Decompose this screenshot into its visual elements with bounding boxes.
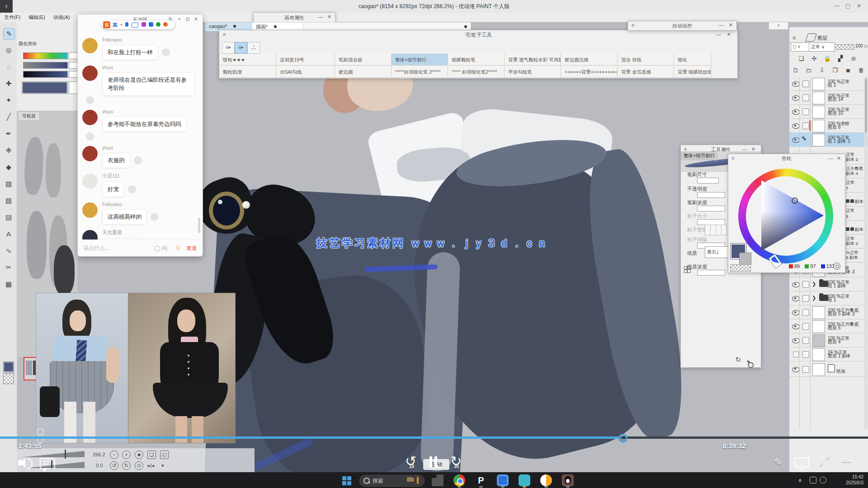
visibility-eye-icon[interactable]	[792, 109, 800, 115]
folder-caret-icon[interactable]: ❯	[812, 295, 816, 301]
blend-mode-combo[interactable]: 正常 ∨	[809, 42, 835, 52]
nib-icon[interactable]: ✒	[3, 128, 14, 139]
fill-icon[interactable]: ▧	[3, 195, 14, 206]
layer-row-图层 8[interactable]: 100 %变暗图层 8	[789, 119, 868, 133]
brush-平涂勾线笔[interactable]: 平涂勾线笔	[505, 66, 561, 78]
more-icon[interactable]: •••	[842, 457, 852, 465]
ask-toggle[interactable]: ◯ 问	[154, 244, 167, 252]
minimize-icon[interactable]: —	[834, 3, 840, 9]
dropdown-icon[interactable]: ∨	[769, 22, 788, 30]
search-input[interactable]: 搜索	[359, 475, 425, 487]
layer-mask-icon[interactable]: ◙	[844, 66, 853, 75]
mask-icon[interactable]: ✣	[810, 54, 819, 63]
lock-icon[interactable]: 🔒	[823, 54, 832, 63]
fullview-icon[interactable]: ◱	[160, 450, 169, 459]
emoji-icon[interactable]: ☺	[175, 244, 182, 251]
layer-row-图层 5[interactable]: 100 %正片叠底图层 5	[789, 319, 868, 333]
saturation-slider[interactable]	[23, 62, 68, 69]
paper-texture-value[interactable]: 最后.j	[705, 246, 731, 258]
brush-背景 金箔质感[interactable]: 背景 金箔质感	[618, 66, 674, 78]
current-color-swatch[interactable]	[22, 81, 68, 94]
object-icon[interactable]: ✦	[3, 95, 14, 106]
brush-这就是19号[interactable]: 这就是19号	[276, 54, 335, 66]
menu-icon[interactable]: ≡	[632, 22, 634, 28]
brush-细腻颗粒笔[interactable]: 细腻颗粒笔	[448, 54, 505, 66]
layer-row-图层 10[interactable]: 100 %正常图层 10	[789, 105, 868, 119]
ime-dot-icon[interactable]	[121, 24, 122, 25]
flip-preview-icon[interactable]: ❏	[147, 450, 156, 459]
windows-start-icon[interactable]	[341, 474, 353, 486]
maximize-icon[interactable]: ▢	[845, 3, 850, 9]
pin-icon[interactable]: ⌖	[178, 16, 181, 22]
layer-thumbnail[interactable]	[812, 320, 825, 333]
brush-仿SAI勾线[interactable]: 仿SAI勾线	[276, 66, 335, 78]
layer-checkbox[interactable]	[802, 94, 809, 101]
restore-icon[interactable]: ⊡	[186, 16, 190, 22]
visibility-eye-icon[interactable]	[792, 367, 800, 372]
background-color-swatch[interactable]	[739, 253, 751, 265]
danmaku-icon[interactable]	[40, 458, 55, 469]
value-slider[interactable]	[23, 71, 68, 78]
reference-photo-uniform-blue[interactable]	[36, 293, 128, 443]
layer-thumbnail[interactable]	[812, 306, 825, 319]
back-icon[interactable]: ‹	[0, 0, 13, 13]
brush-背景 透气颗粒水彩 可局部[interactable]: 背景 透气颗粒水彩 可局部	[505, 54, 561, 66]
transparent-color-swatch[interactable]	[730, 264, 751, 272]
layer-row-图层 5 副本 3[interactable]: 100 %正片叠底图层 5 副本 3	[789, 305, 868, 319]
move-icon[interactable]: ✚	[3, 78, 14, 89]
close-icon[interactable]: ✕	[729, 22, 733, 28]
decoration-icon[interactable]: ❉	[3, 145, 14, 156]
new-folder-icon[interactable]: 🗀	[804, 66, 813, 75]
layer-row-纸张[interactable]: 纸张	[789, 361, 868, 377]
value-value-box[interactable]	[69, 71, 78, 78]
brush-混合 排线[interactable]: 混合 排线	[618, 54, 674, 66]
layer-thumbnail[interactable]	[812, 92, 825, 104]
layer-checkbox[interactable]	[802, 309, 809, 316]
brush-细化[interactable]: 细化	[674, 54, 711, 66]
layer-thumbnail[interactable]	[812, 78, 825, 90]
layer-thumbnail[interactable]	[812, 106, 825, 118]
layer-thumbnail[interactable]	[812, 334, 825, 347]
param-input-笔刷浓度[interactable]	[697, 206, 725, 211]
layer-checkbox[interactable]	[802, 323, 809, 330]
layer-row-图层 4[interactable]: 100 %正常图层 4	[789, 333, 868, 347]
tab-color-sliders[interactable]: 颜色滑块	[19, 41, 37, 47]
blend-icon[interactable]: ▨	[3, 178, 14, 189]
saturation-value-box[interactable]	[69, 62, 78, 69]
menu-icon[interactable]: ≡	[223, 32, 226, 37]
minimize-icon[interactable]: —	[318, 14, 323, 19]
visibility-eye-icon[interactable]	[792, 310, 800, 315]
rotate-right-icon[interactable]: ↻	[122, 461, 131, 470]
duplicate-icon[interactable]: ❏	[797, 54, 806, 63]
zoom-out-icon[interactable]: −	[110, 450, 118, 459]
close-icon[interactable]: ✕	[194, 16, 198, 22]
chat-message[interactable]: 小尼111好宠	[82, 173, 198, 197]
brush-整体+细节都行[interactable]: 整体+细节都行	[392, 54, 448, 66]
chat-message[interactable]: Feliciano这两模两样的	[82, 202, 198, 225]
minimize-icon[interactable]: —	[716, 32, 721, 37]
close-icon[interactable]: ✕	[837, 155, 841, 161]
layer-checkbox[interactable]	[802, 281, 809, 288]
rotate-wedge-slider[interactable]	[26, 462, 85, 468]
color-set-icon[interactable]	[833, 263, 840, 270]
line-icon[interactable]: ╱	[3, 112, 14, 122]
layer-row-组 1 副本 3[interactable]: ✎100 %正常组 1 副本 3	[789, 133, 868, 147]
layer-checkbox[interactable]	[802, 351, 809, 358]
chat-message[interactable]: zhuo参考能不能放在屏幕旁边吗吗	[82, 109, 198, 141]
main-color-swatch[interactable]	[3, 361, 14, 372]
zoom-wedge-handle[interactable]	[65, 450, 66, 459]
lasso-icon[interactable]: ◌	[3, 61, 14, 72]
video-progress-bar[interactable]	[0, 436, 868, 439]
zoom-in-icon[interactable]: +	[122, 450, 131, 459]
paint-app-icon[interactable]	[519, 474, 530, 486]
lock-pixel-icon[interactable]: ▞	[836, 54, 845, 63]
grid-icon[interactable]: ▦	[3, 279, 14, 290]
reset-view-icon[interactable]: ▾	[161, 463, 164, 469]
layer-checkbox[interactable]	[802, 295, 809, 302]
keyboard-icon[interactable]	[132, 23, 138, 28]
hue-slider[interactable]	[23, 52, 68, 59]
brush-硬边圆[interactable]: 硬边圆	[335, 66, 392, 78]
layer-row-图层 14[interactable]: 100 %正常图层 14	[789, 91, 868, 105]
flip-horizontal-icon[interactable]: ▸|◂	[148, 463, 154, 469]
visibility-eye-icon[interactable]	[792, 324, 800, 329]
